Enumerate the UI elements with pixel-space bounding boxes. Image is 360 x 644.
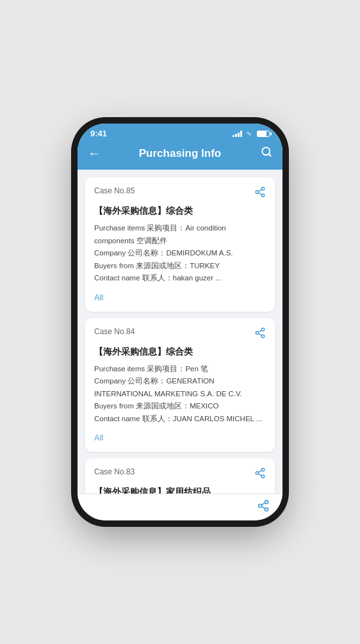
card-2-header: Case No.84 xyxy=(94,327,266,341)
card-1-all-link[interactable]: All xyxy=(94,293,103,302)
card-1-line-1: Company 公司名称：DEMIRDOKUM A.S. xyxy=(94,247,266,260)
card-1-footer: All xyxy=(94,291,266,303)
card-1-line-3: Contact name 联系人：hakan guzer ... xyxy=(94,272,266,285)
battery-icon xyxy=(257,131,270,137)
page-title: Purchasing Info xyxy=(139,147,221,160)
card-1-header: Case No.85 xyxy=(94,186,266,200)
svg-line-15 xyxy=(258,474,261,476)
svg-line-20 xyxy=(261,506,265,508)
card-1-title: 【海外采购信息】综合类 xyxy=(94,205,266,217)
card-1: Case No.85 【海外采购信息】综合类 Purchase items 采购… xyxy=(85,177,275,312)
svg-line-6 xyxy=(258,189,261,191)
share-icon-2[interactable] xyxy=(254,327,266,341)
card-3: Case No.83 【海外采购信息】家用纺织品 Purchase items … xyxy=(85,458,275,494)
app-header: ← Purchasing Info xyxy=(78,141,282,170)
svg-line-11 xyxy=(258,330,261,332)
card-2-line-3: Contact name 联系人：JUAN CARLOS MICHEL ... xyxy=(94,413,266,426)
content-area: Case No.85 【海外采购信息】综合类 Purchase items 采购… xyxy=(78,170,282,494)
card-2-line-0: Purchase items 采购项目：Pen 笔 xyxy=(94,363,266,376)
svg-line-10 xyxy=(258,334,261,335)
search-icon[interactable] xyxy=(253,146,272,161)
card-2-info: Purchase items 采购项目：Pen 笔 Company 公司名称：G… xyxy=(94,363,266,426)
status-time: 9:41 xyxy=(90,129,107,138)
phone-frame: 9:41 ∿ ← Purchasing Info xyxy=(78,124,282,520)
card-3-header: Case No.83 xyxy=(94,467,266,481)
svg-line-5 xyxy=(258,193,261,195)
share-icon-3[interactable] xyxy=(254,467,266,481)
status-bar: 9:41 ∿ xyxy=(78,124,282,141)
back-button[interactable]: ← xyxy=(88,146,107,161)
card-2-footer: All xyxy=(94,431,266,443)
wifi-icon: ∿ xyxy=(246,129,252,138)
case-number-2: Case No.84 xyxy=(94,327,135,336)
svg-line-1 xyxy=(268,154,270,156)
bottom-bar xyxy=(78,494,282,520)
card-1-line-2: Buyers from 来源国或地区：TURKEY xyxy=(94,260,266,273)
card-2-line-2: Buyers from 来源国或地区：MEXICO xyxy=(94,400,266,413)
card-1-info: Purchase items 采购项目：Air condition compon… xyxy=(94,222,266,285)
bottom-share-icon[interactable] xyxy=(257,499,270,515)
card-1-line-0: Purchase items 采购项目：Air condition compon… xyxy=(94,222,266,247)
card-3-title: 【海外采购信息】家用纺织品 xyxy=(94,487,266,494)
share-icon-1[interactable] xyxy=(254,186,266,200)
svg-line-16 xyxy=(258,471,261,472)
card-2-all-link[interactable]: All xyxy=(94,433,103,442)
card-2-title: 【海外采购信息】综合类 xyxy=(94,346,266,358)
signal-bars-icon xyxy=(233,131,242,137)
case-number-3: Case No.83 xyxy=(94,467,135,476)
status-icons: ∿ xyxy=(233,129,270,138)
card-2: Case No.84 【海外采购信息】综合类 Purchase items 采购… xyxy=(85,318,275,453)
card-2-line-1: Company 公司名称：GENERATION INTERNATIONAL MA… xyxy=(94,375,266,400)
case-number-1: Case No.85 xyxy=(94,186,135,195)
svg-line-21 xyxy=(261,503,265,504)
